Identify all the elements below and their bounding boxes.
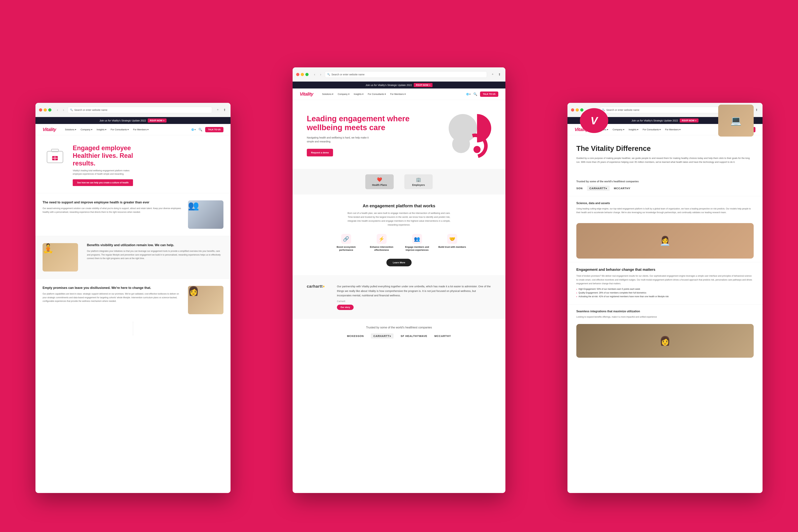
trusted-section-center: Trusted by some of the world's healthies…	[292, 319, 506, 346]
person-working-icon: 👩‍💼	[660, 236, 670, 246]
testimonial-section: carhartt♦ Our partnership with Vitality …	[292, 275, 506, 319]
nav-insights-left[interactable]: Insights ▾	[95, 127, 108, 132]
tl-red-center[interactable]	[296, 73, 299, 76]
tl-yellow-right[interactable]	[576, 108, 579, 112]
learn-more-btn[interactable]: Learn More	[386, 259, 412, 266]
left-hero-text: Engaged employee Healthier lives. Real r…	[73, 144, 133, 186]
left-section-3-title: Empty promises can leave you disillusion…	[42, 286, 183, 290]
left-hero-title: Engaged employee Healthier lives. Real r…	[73, 144, 133, 167]
site-nav-center: Vitality Solutions ▾ Company ▾ Insights …	[292, 89, 506, 100]
announcement-text-left: Join us for Vitality's Strategic Update …	[99, 119, 146, 122]
vitality-logo-center[interactable]: Vitality	[300, 91, 313, 97]
forward-btn-center[interactable]: ›	[318, 72, 323, 77]
see-how-btn[interactable]: See how we can help you create a culture…	[73, 179, 133, 186]
nav-solutions-left[interactable]: Solutions ▾	[63, 127, 78, 132]
join-btn-left[interactable]: RSVP NOW >	[148, 118, 167, 122]
engagement-text: Tried of broken promises? We deliver rea…	[576, 274, 754, 286]
nav-solutions-center[interactable]: Solutions ▾	[320, 92, 335, 96]
share-btn-left[interactable]: ⬆	[222, 108, 227, 112]
join-btn-right[interactable]: RSVP NOW >	[680, 118, 699, 122]
our-story-btn[interactable]: Our story	[337, 305, 354, 310]
intervention-icon: ⚡	[377, 234, 386, 244]
feature-3: 👥 Engage members and improve experiences	[403, 234, 431, 252]
left-section-1-title: The need to support and improve employee…	[42, 201, 183, 205]
browser-actions-left: + ⬆	[215, 108, 227, 112]
forward-btn-left[interactable]: ›	[61, 108, 66, 112]
nav-members-right[interactable]: For Members ▾	[663, 127, 682, 132]
add-tab-btn-center[interactable]: +	[490, 72, 495, 77]
nav-consultants-left[interactable]: For Consultants ▾	[109, 127, 131, 132]
left-section-3-desc: Our platform capabilities are best-in-cl…	[42, 292, 183, 303]
vitality-v-shape: V	[580, 108, 608, 133]
left-section-3-text: Empty promises can leave you disillusion…	[42, 286, 183, 314]
browser-chrome-left: ‹ › 🔍 Search or enter website name + ⬆	[36, 103, 230, 117]
hero-shapes	[435, 111, 491, 160]
nav-consultants-right[interactable]: For Consultants ▾	[641, 127, 663, 132]
browser-window-right: ‹ › 🔍 Search or enter website name + ⬆ J…	[568, 103, 762, 493]
briefcase-graphic	[42, 144, 68, 166]
left-section-2-image: 🧘	[42, 243, 78, 271]
hero-text-center: Leading engagement where wellbeing meets…	[307, 114, 428, 157]
tab-employers[interactable]: 🏢 Employers	[404, 174, 433, 189]
back-btn-left[interactable]: ‹	[55, 108, 60, 112]
nav-insights-right[interactable]: Insights ▾	[627, 127, 640, 132]
feature-3-label: Engage members and improve experiences	[403, 246, 431, 252]
nav-company-right[interactable]: Company ▾	[611, 127, 626, 132]
tab-health-plans[interactable]: ❤️ Health Plans	[365, 174, 394, 189]
talk-btn-left[interactable]: TALK TO US	[205, 127, 224, 132]
tl-yellow-left[interactable]	[44, 108, 47, 112]
nav-members-center[interactable]: For Members ▾	[388, 92, 407, 96]
people-icon: 👥	[188, 201, 199, 210]
left-hero-subtitle: Vitality's leading total wellbeing engag…	[73, 169, 133, 176]
engagement-title: Engagement and behavior change that matt…	[576, 268, 754, 272]
talk-btn-center[interactable]: TALK TO US	[480, 92, 498, 97]
tab-employers-label: Employers	[412, 184, 425, 186]
lang-btn-left[interactable]: 🌐 ▾	[191, 128, 196, 131]
address-bar-center[interactable]: 🔍 Search or enter website name	[325, 71, 487, 78]
feature-4-label: Build trust with members	[438, 246, 466, 249]
request-demo-btn[interactable]: Request a demo	[307, 149, 333, 156]
tab-health-label: Health Plans	[372, 184, 387, 186]
browser-actions-center: + ⬆	[490, 72, 502, 77]
lang-btn-center[interactable]: 🌐 ▾	[466, 93, 471, 95]
join-btn-center[interactable]: RSVP NOW >	[414, 83, 433, 87]
science-section: Science, data and assets Using leading c…	[568, 196, 762, 220]
vitality-logo-left[interactable]: Vitality	[42, 127, 56, 132]
back-btn-center[interactable]: ‹	[312, 72, 317, 77]
nav-right-left: 🌐 ▾ 🔍 TALK TO US	[191, 127, 224, 132]
carhartt-symbol: ♦	[323, 284, 325, 288]
nav-items-right: Solutions ▾ Company ▾ Insights ▾ For Con…	[595, 127, 720, 132]
tl-green-center[interactable]	[305, 73, 308, 76]
tl-red-left[interactable]	[39, 108, 42, 112]
tl-green-right[interactable]	[580, 108, 584, 112]
stat-2: Quality Engagement: 26% of our members c…	[576, 291, 754, 294]
add-tab-btn-left[interactable]: +	[215, 108, 220, 112]
address-bar-left[interactable]: 🔍 Search or enter website name	[68, 107, 212, 113]
announcement-text-right: Join us for Vitality's Strategic Update …	[631, 119, 678, 122]
nav-company-left[interactable]: Company ▾	[79, 127, 94, 132]
site-nav-left: Vitality Solutions ▾ Company ▾ Insights …	[36, 124, 230, 135]
left-section-2-desc: Our platform integrates your initiatives…	[87, 249, 224, 260]
share-btn-center[interactable]: ⬆	[497, 72, 502, 77]
search-btn-center[interactable]: 🔍	[473, 92, 478, 97]
windows-container: ‹ › 🔍 Search or enter website name + ⬆ J…	[36, 68, 762, 514]
nav-insights-center[interactable]: Insights ▾	[352, 92, 365, 96]
feature-2: ⚡ Enhance intervention effectiveness	[367, 234, 396, 252]
platform-features: 🔗 Boost ecosystem performance ⚡ Enhance …	[307, 234, 491, 252]
ecosystem-icon: 🔗	[341, 234, 351, 244]
nav-members-left[interactable]: For Members ▾	[131, 127, 150, 132]
announcement-bar-center: Join us for Vitality's Strategic Update …	[292, 81, 506, 89]
stat-1: High Engagement: 53% of our members earn…	[576, 288, 754, 290]
tl-red-right[interactable]	[571, 108, 574, 112]
tl-yellow-center[interactable]	[301, 73, 304, 76]
feature-1-label: Boost ecosystem performance	[332, 246, 360, 252]
share-btn-right[interactable]: ⬆	[754, 108, 759, 112]
search-btn-left[interactable]: 🔍	[198, 127, 203, 132]
search-icon-center: 🔍	[327, 73, 330, 76]
nav-company-center[interactable]: Company ▾	[336, 92, 351, 96]
tl-green-left[interactable]	[48, 108, 52, 112]
browser-nav-center: ‹ ›	[312, 72, 323, 77]
nav-consultants-center[interactable]: For Consultants ▾	[366, 92, 388, 96]
traffic-lights-right	[571, 108, 584, 112]
wellness-icon: 🧘	[42, 243, 54, 253]
